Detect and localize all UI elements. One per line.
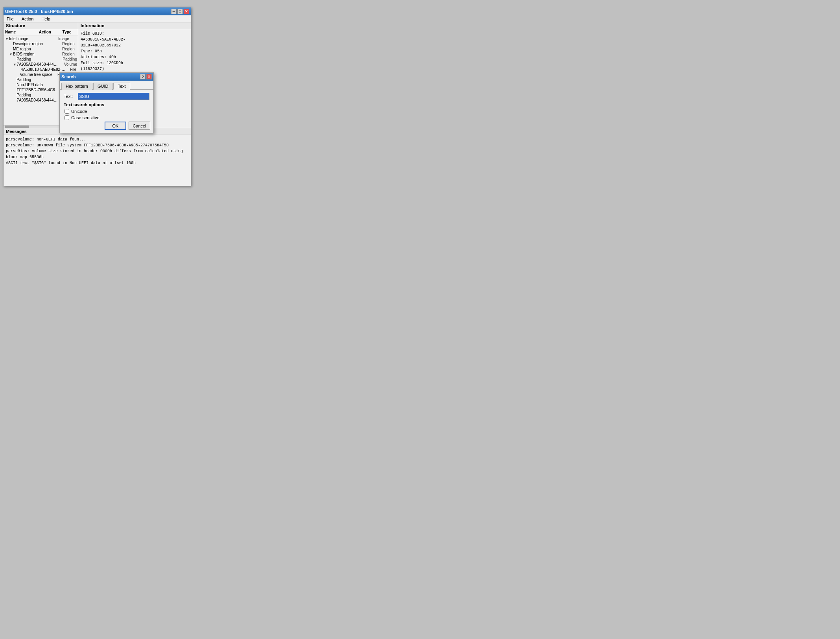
tree-item-type: Image: [58, 37, 69, 41]
unicode-checkbox[interactable]: [64, 109, 69, 114]
tree-item-name: ME region: [13, 47, 58, 51]
tree-item-name: 4A538818-5AE0-4E82-B...: [21, 67, 66, 72]
expand-icon: ▼: [13, 63, 17, 66]
tree-item[interactable]: ME regionRegion: [4, 46, 77, 52]
dialog-title-bar: Search ? ✕: [60, 73, 153, 81]
unicode-label: Unicode: [71, 109, 87, 114]
tree-item-type: Region: [62, 42, 75, 46]
col-action: Action: [39, 30, 51, 34]
tree-item-name: Padding: [17, 78, 59, 82]
tree-item[interactable]: Descriptor regionRegion: [4, 41, 77, 46]
info-line: 4A538818-5AE0-4E82-: [81, 37, 188, 42]
dialog-help-button[interactable]: ?: [140, 74, 146, 79]
app-title: UEFITool 0.25.0 - biosHP4520.bin: [5, 9, 73, 14]
message-line: parseVolume: non-UEFI data foun...: [6, 137, 188, 142]
text-input[interactable]: [78, 93, 149, 100]
tree-item-name: 7A935AD9-0468-444A-81C...: [17, 62, 60, 66]
info-line: Type: 05h: [81, 48, 188, 54]
menu-action[interactable]: Action: [20, 16, 35, 22]
case-sensitive-checkbox[interactable]: [64, 115, 69, 120]
tree-item-type: Region: [62, 52, 75, 56]
ok-button[interactable]: OK: [105, 122, 126, 130]
title-bar: UEFITool 0.25.0 - biosHP4520.bin ─ □ ✕: [4, 7, 191, 15]
expand-icon: ▼: [9, 52, 13, 56]
dialog-title-buttons: ? ✕: [140, 74, 152, 79]
tree-item-type: Region: [62, 47, 75, 51]
tab-hex-pattern[interactable]: Hex pattern: [61, 83, 92, 90]
expand-icon: ▼: [5, 37, 9, 41]
search-dialog: Search ? ✕ Hex pattern GUID Text Text: T…: [59, 72, 154, 133]
message-line: parseBios: volume size stored in header …: [6, 148, 188, 160]
case-sensitive-row: Case sensitive: [64, 115, 149, 120]
info-line: (11829337): [81, 66, 188, 72]
maximize-button[interactable]: □: [177, 9, 183, 14]
info-line: Attributes: 40h: [81, 54, 188, 60]
message-line: ASCII text "$SIG" found in Non-UEFI data…: [6, 160, 188, 166]
tree-item-name: Descriptor region: [13, 42, 58, 46]
cancel-button[interactable]: Cancel: [129, 122, 150, 130]
info-line: B2E8-488023657022: [81, 42, 188, 48]
message-line: parseVolume: unknown file system FFF12BB…: [6, 142, 188, 148]
structure-header: Structure: [4, 22, 78, 29]
dialog-body: Text: Text search options Unicode Case s…: [60, 90, 153, 125]
title-bar-buttons: ─ □ ✕: [171, 9, 189, 14]
tree-item-name: Padding: [17, 93, 59, 97]
dialog-tabs: Hex pattern GUID Text: [60, 81, 153, 90]
text-field-row: Text:: [64, 93, 149, 100]
info-line: Full size: 120CD9h: [81, 60, 188, 66]
tree-item[interactable]: ▼Intel imageImage: [4, 36, 77, 41]
tree-item-name: 7A935AD9-0468-444A-81C...: [17, 98, 60, 102]
messages-panel: Messages parseVolume: non-UEFI data foun…: [4, 128, 191, 179]
minimize-button[interactable]: ─: [171, 9, 177, 14]
tab-guid[interactable]: GUID: [93, 83, 113, 90]
info-line: File GUID:: [81, 31, 188, 37]
dialog-buttons: OK Cancel: [105, 122, 150, 130]
menu-bar: File Action Help: [4, 15, 191, 22]
tree-item-name: Padding: [17, 57, 59, 61]
tree-item-type: File: [70, 67, 76, 72]
text-label: Text:: [64, 94, 76, 99]
tree-item-name: FFF12BBD-7696-4C88-A98...: [17, 88, 60, 92]
tree-columns: Name Action Type: [4, 29, 78, 35]
tree-item-name: Intel image: [9, 37, 54, 41]
menu-file[interactable]: File: [5, 16, 15, 22]
app-window: UEFITool 0.25.0 - biosHP4520.bin ─ □ ✕ F…: [3, 7, 191, 186]
close-button[interactable]: ✕: [184, 9, 189, 14]
tab-text[interactable]: Text: [113, 83, 130, 90]
tree-item-name: BIOS region: [13, 52, 58, 56]
tree-scrollbar-thumb[interactable]: [5, 126, 29, 128]
tree-item[interactable]: PaddingPadding: [4, 57, 77, 62]
col-type: Type: [63, 30, 76, 34]
case-sensitive-label: Case sensitive: [71, 115, 99, 120]
tree-item[interactable]: 4A538818-5AE0-4E82-B...File: [4, 67, 77, 72]
dialog-close-button[interactable]: ✕: [146, 74, 152, 79]
tree-item[interactable]: ▼7A935AD9-0468-444A-81C...Volume: [4, 62, 77, 67]
dialog-title: Search: [61, 74, 76, 79]
unicode-row: Unicode: [64, 109, 149, 114]
tree-item-type: Padding: [63, 57, 77, 61]
menu-help[interactable]: Help: [40, 16, 52, 22]
text-search-options-label: Text search options: [64, 102, 149, 107]
tree-item[interactable]: ▼BIOS regionRegion: [4, 52, 77, 57]
tree-item-type: Volume: [64, 62, 77, 66]
messages-content: parseVolume: non-UEFI data foun...parseV…: [4, 135, 191, 178]
info-header: Information: [78, 22, 191, 29]
tree-item-name: Non-UEFI data: [17, 83, 59, 87]
tree-item-name: Volume free space: [20, 72, 53, 77]
col-name: Name: [5, 30, 27, 34]
